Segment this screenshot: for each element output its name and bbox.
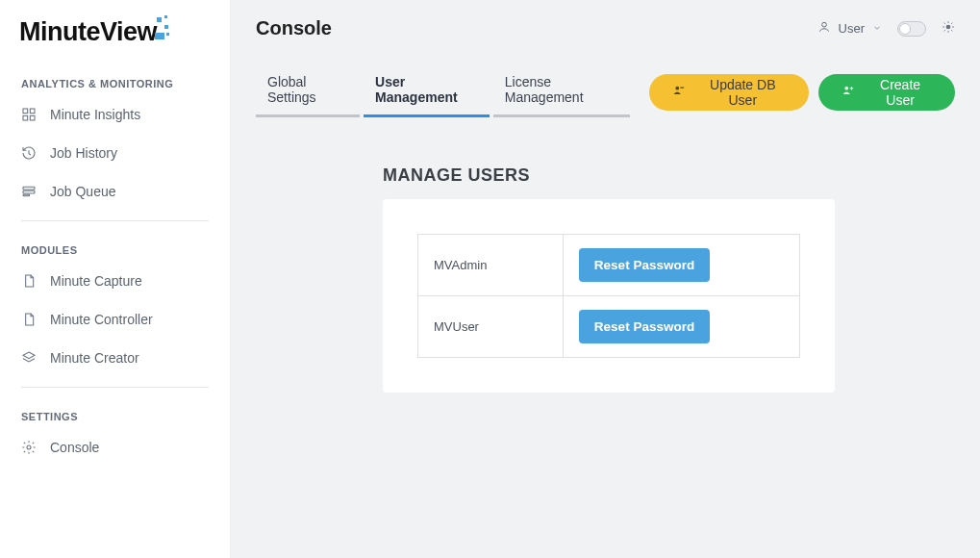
tab-global-settings[interactable]: Global Settings (256, 66, 360, 117)
user-menu[interactable]: User (817, 20, 882, 37)
insights-icon (21, 107, 37, 122)
sun-icon (942, 20, 955, 37)
brand-logo: MinuteView (0, 13, 230, 59)
table-row: MVUserReset Password (418, 296, 800, 358)
history-icon (21, 145, 37, 161)
manage-users-heading: MANAGE USERS (383, 165, 835, 186)
tabs: Global SettingsUser ManagementLicense Ma… (256, 66, 630, 117)
sidebar-section-title: MODULES (0, 225, 230, 262)
svg-point-20 (845, 87, 849, 90)
svg-rect-3 (30, 115, 35, 120)
page-title: Console (256, 17, 332, 39)
file-icon (21, 312, 37, 327)
svg-line-14 (944, 23, 945, 24)
topbar-right: User (817, 20, 955, 37)
sidebar-item-minute-capture[interactable]: Minute Capture (0, 262, 230, 300)
tab-user-management[interactable]: User Management (364, 66, 490, 117)
user-edit-icon (672, 84, 686, 100)
svg-point-8 (821, 22, 826, 27)
user-action-cell: Reset Password (563, 296, 799, 358)
sidebar-item-label: Minute Capture (50, 273, 142, 289)
user-name-cell: MVAdmin (418, 235, 564, 296)
svg-rect-19 (681, 88, 685, 89)
svg-point-9 (946, 25, 951, 30)
sidebar: MinuteView ANALYTICS & MONITORINGMinute … (0, 0, 231, 558)
svg-rect-6 (23, 194, 30, 195)
svg-rect-5 (23, 190, 35, 193)
update-db-user-button[interactable]: Update DB User (649, 74, 809, 111)
svg-rect-1 (30, 109, 35, 114)
sidebar-item-console[interactable]: Console (0, 428, 230, 467)
sidebar-item-job-queue[interactable]: Job Queue (0, 172, 230, 211)
brand-dots-icon (155, 13, 174, 40)
svg-point-18 (676, 87, 680, 90)
gear-icon (21, 440, 37, 455)
create-user-label: Create User (868, 77, 932, 108)
svg-line-15 (951, 30, 952, 31)
reset-password-button[interactable]: Reset Password (579, 310, 710, 343)
user-action-cell: Reset Password (563, 235, 799, 296)
main-content: Console User Global SettingsUser Managem… (231, 0, 980, 558)
reset-password-button[interactable]: Reset Password (579, 248, 710, 282)
svg-line-17 (951, 23, 952, 24)
sidebar-item-minute-creator[interactable]: Minute Creator (0, 339, 230, 377)
topbar: Console User (256, 17, 955, 39)
manage-users-card: MVAdminReset PasswordMVUserReset Passwor… (383, 199, 835, 393)
sidebar-divider (21, 220, 209, 221)
sidebar-item-minute-insights[interactable]: Minute Insights (0, 95, 230, 134)
brand-part1: Minute (19, 17, 100, 46)
create-user-button[interactable]: Create User (818, 74, 955, 111)
table-row: MVAdminReset Password (418, 235, 800, 296)
sidebar-item-label: Job Queue (50, 184, 116, 199)
users-table: MVAdminReset PasswordMVUserReset Passwor… (417, 234, 800, 358)
svg-point-7 (27, 445, 31, 449)
sidebar-item-job-history[interactable]: Job History (0, 134, 230, 172)
user-plus-icon (842, 84, 855, 100)
sidebar-item-label: Minute Creator (50, 350, 139, 366)
sidebar-section-title: ANALYTICS & MONITORING (0, 59, 230, 95)
user-label: User (839, 21, 865, 36)
theme-toggle[interactable] (897, 21, 926, 37)
sidebar-divider (21, 387, 209, 388)
queue-icon (21, 184, 37, 199)
brand-text: MinuteView (19, 13, 174, 47)
tab-license-management[interactable]: License Management (493, 66, 631, 117)
chevron-down-icon (872, 21, 882, 36)
svg-rect-2 (23, 115, 28, 120)
sidebar-item-minute-controller[interactable]: Minute Controller (0, 300, 230, 339)
svg-rect-4 (23, 187, 35, 190)
sidebar-item-label: Job History (50, 145, 117, 161)
user-name-cell: MVUser (418, 296, 564, 358)
sidebar-section-title: SETTINGS (0, 392, 230, 428)
sidebar-item-label: Console (50, 440, 99, 455)
user-icon (817, 20, 831, 37)
brand-part2: View (100, 17, 157, 47)
update-db-user-label: Update DB User (699, 77, 786, 108)
sidebar-item-label: Minute Controller (50, 312, 153, 327)
layers-icon (21, 350, 37, 366)
tab-row: Global SettingsUser ManagementLicense Ma… (256, 66, 955, 117)
sidebar-item-label: Minute Insights (50, 107, 140, 122)
svg-line-16 (944, 30, 945, 31)
file-icon (21, 273, 37, 289)
svg-rect-0 (23, 109, 28, 114)
